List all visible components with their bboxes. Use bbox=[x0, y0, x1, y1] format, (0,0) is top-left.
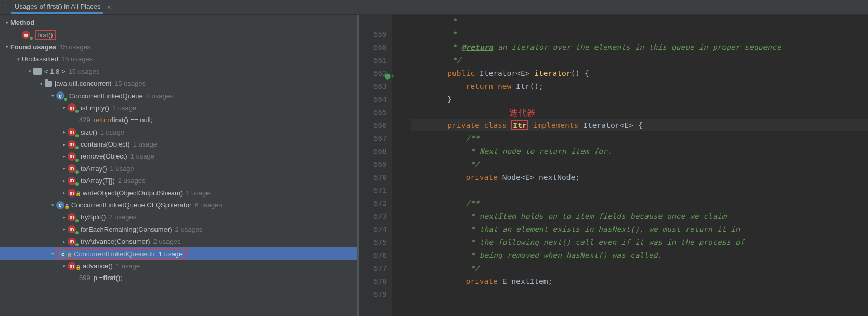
public-dot-icon bbox=[75, 243, 79, 246]
chevron-down-icon[interactable]: ▾ bbox=[49, 93, 56, 98]
chevron-down-icon[interactable]: ▾ bbox=[15, 57, 22, 62]
usages-panel[interactable]: ▾Methodmfirst()▾Found usages15 usages▾Un… bbox=[0, 15, 357, 316]
annotation-label: 迭代器 bbox=[509, 107, 536, 120]
code-line[interactable]: private Node<E> nextNode; bbox=[411, 170, 868, 183]
gutter-line[interactable]: 670 bbox=[364, 170, 387, 183]
code-line[interactable] bbox=[411, 106, 868, 118]
gutter-line[interactable]: 672 bbox=[364, 196, 387, 209]
gutter-line[interactable]: 677 bbox=[364, 261, 387, 274]
chevron-down-icon[interactable]: ▾ bbox=[3, 20, 10, 25]
chevron-right-icon[interactable]: ▸ bbox=[60, 239, 68, 244]
code-line[interactable] bbox=[411, 287, 868, 300]
chevron-right-icon[interactable]: ▸ bbox=[60, 142, 68, 147]
code-line[interactable]: * being removed when hasNext() was calle… bbox=[411, 248, 868, 261]
chevron-right-icon[interactable]: ▸ bbox=[60, 215, 68, 220]
usages-tab[interactable]: Usages of first() in All Places bbox=[11, 1, 103, 14]
code-line[interactable]: } bbox=[411, 93, 868, 106]
code-line[interactable]: * @return an iterator over the elements … bbox=[411, 41, 868, 54]
tree-class-clq[interactable]: ▾cConcurrentLinkedQueue8 usages bbox=[0, 89, 357, 101]
chevron-right-icon[interactable]: ▸ bbox=[60, 154, 68, 159]
tree-class-itr[interactable]: ▾c🔒ConcurrentLinkedQueue.Itr1 usage bbox=[0, 247, 357, 259]
gutter-line[interactable]: 664 bbox=[364, 93, 387, 106]
tree-found-header[interactable]: ▾Found usages15 usages bbox=[0, 41, 357, 53]
code-line[interactable]: private E nextItem; bbox=[411, 274, 868, 287]
chevron-right-icon[interactable]: ▸ bbox=[60, 178, 68, 183]
usage-count: 1 usage bbox=[133, 140, 157, 148]
gutter-line[interactable]: 661 bbox=[364, 54, 387, 67]
code-editor[interactable]: 659660661662⬤↑66366466566666766866967067… bbox=[359, 15, 868, 316]
tree-method-header[interactable]: ▾Method bbox=[0, 17, 357, 29]
code-line[interactable]: */ bbox=[411, 54, 868, 67]
gutter-line[interactable]: 662⬤↑ bbox=[364, 67, 387, 80]
gutter-line[interactable]: 674 bbox=[364, 222, 387, 235]
chevron-down-icon[interactable]: ▾ bbox=[49, 251, 56, 256]
tree-advance[interactable]: ▾m🔒advance()1 usage bbox=[0, 260, 357, 272]
code-line[interactable]: * the following next() call even if it w… bbox=[411, 235, 868, 248]
tree-target-method[interactable]: mfirst() bbox=[0, 29, 357, 41]
chevron-right-icon[interactable]: ▸ bbox=[60, 227, 68, 232]
tree-usage-line[interactable]: 699p = first(); bbox=[0, 272, 357, 284]
chevron-down-icon[interactable]: ▾ bbox=[60, 105, 68, 110]
code-line[interactable] bbox=[411, 183, 868, 196]
gutter-line[interactable]: 659 bbox=[364, 28, 387, 41]
method-icon: m bbox=[68, 128, 76, 136]
gutter-line[interactable]: 660 bbox=[364, 41, 387, 54]
close-icon[interactable]: × bbox=[107, 3, 111, 11]
tree-jdk[interactable]: ▾< 1.8 >15 usages bbox=[0, 65, 357, 77]
chevron-down-icon[interactable]: ▾ bbox=[26, 69, 33, 74]
code-line[interactable]: private class Itr implements Iterator<E>… bbox=[411, 118, 868, 131]
gutter-line[interactable]: 669 bbox=[364, 157, 387, 170]
tree-package[interactable]: ▾java.util.concurrent15 usages bbox=[0, 77, 357, 89]
code-line[interactable]: */ bbox=[411, 157, 868, 170]
gutter-line[interactable]: 667 bbox=[364, 131, 387, 144]
tree-contains[interactable]: ▸mcontains(Object)1 usage bbox=[0, 138, 357, 150]
gutter-line[interactable]: 665 bbox=[364, 106, 387, 118]
code-line[interactable]: * nextItem holds on to item fields becau… bbox=[411, 209, 868, 222]
usage-count: 1 usage bbox=[186, 189, 210, 197]
gutter-line[interactable]: 675 bbox=[364, 235, 387, 248]
tree-usage-line[interactable]: 429return first() == null; bbox=[0, 114, 357, 126]
gutter-line[interactable]: 663 bbox=[364, 80, 387, 93]
chevron-right-icon[interactable]: ▸ bbox=[60, 190, 68, 195]
chevron-right-icon[interactable]: ▸ bbox=[60, 129, 68, 135]
usage-count: 1 usage bbox=[110, 165, 134, 173]
chevron-right-icon[interactable]: ▸ bbox=[60, 166, 68, 171]
chevron-down-icon[interactable]: ▾ bbox=[60, 264, 68, 269]
code-line[interactable]: * bbox=[411, 28, 868, 41]
code-line[interactable]: */ bbox=[411, 261, 868, 274]
tree-remove[interactable]: ▸mremove(Object)1 usage bbox=[0, 150, 357, 162]
tree-label: ConcurrentLinkedQueue.Itr bbox=[74, 250, 156, 258]
code-line[interactable]: * Next node to return item for. bbox=[411, 144, 868, 157]
gutter-line[interactable]: 679 bbox=[364, 287, 387, 300]
code-line[interactable]: * bbox=[411, 15, 868, 28]
code-line[interactable]: public Iterator<E> iterator() { bbox=[411, 67, 868, 80]
tree-toarrayt[interactable]: ▸mtoArray(T[])2 usages bbox=[0, 175, 357, 187]
tree-fer[interactable]: ▸mforEachRemaining(Consumer)2 usages bbox=[0, 223, 357, 235]
chevron-down-icon[interactable]: ▾ bbox=[49, 203, 56, 208]
tree-class-splititerator[interactable]: ▾c🔒ConcurrentLinkedQueue.CLQSpliterator6… bbox=[0, 199, 357, 211]
tree-toarray0[interactable]: ▸mtoArray()1 usage bbox=[0, 163, 357, 175]
chevron-down-icon[interactable]: ▾ bbox=[37, 81, 45, 86]
gutter-line[interactable]: 666 bbox=[364, 118, 387, 131]
tree-isempty[interactable]: ▾misEmpty()1 usage bbox=[0, 102, 357, 114]
tree-tryadv[interactable]: ▸mtryAdvance(Consumer)2 usages bbox=[0, 235, 357, 247]
code-line[interactable]: /** bbox=[411, 196, 868, 209]
toolbar-dropdown-icon[interactable]: ⋮ bbox=[3, 4, 8, 10]
tree-writeobject[interactable]: ▸m🔒writeObject(ObjectOutputStream)1 usag… bbox=[0, 187, 357, 199]
method-icon: m bbox=[22, 31, 30, 39]
gutter-line[interactable]: 671 bbox=[364, 183, 387, 196]
chevron-down-icon[interactable]: ▾ bbox=[3, 44, 10, 49]
gutter-line[interactable]: 676 bbox=[364, 248, 387, 261]
code-line[interactable]: * that an element exists in hasNext(), w… bbox=[411, 222, 868, 235]
gutter-line[interactable]: 678 bbox=[364, 274, 387, 287]
gutter-line[interactable]: 673 bbox=[364, 209, 387, 222]
gutter-line[interactable] bbox=[364, 15, 387, 28]
code-line[interactable]: /** bbox=[411, 131, 868, 144]
code-line[interactable]: return new Itr(); bbox=[411, 80, 868, 93]
tree-size[interactable]: ▸msize()1 usage bbox=[0, 126, 357, 138]
tree-unclassified[interactable]: ▾Unclassified15 usages bbox=[0, 53, 357, 65]
usage-count: 1 usage bbox=[116, 262, 140, 270]
tree-trysplit[interactable]: ▸mtrySplit()2 usages bbox=[0, 211, 357, 223]
tree-label: < 1.8 > bbox=[44, 68, 65, 75]
gutter-line[interactable]: 668 bbox=[364, 144, 387, 157]
